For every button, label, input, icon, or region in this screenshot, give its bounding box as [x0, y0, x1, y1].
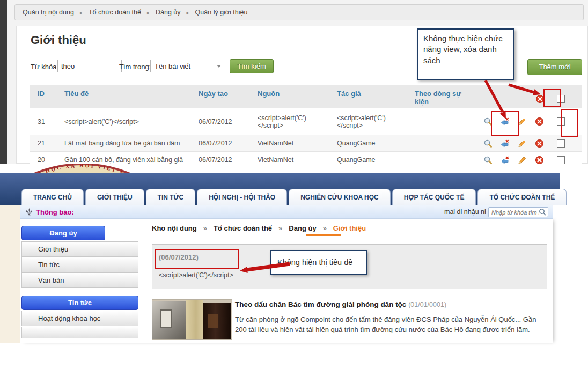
divider [152, 235, 547, 235]
intro-body-text: <script>alert('C')</script> [159, 271, 233, 279]
breadcrumb: Quản trị nội dung ▸ Tổ chức đoàn thể ▸ Đ… [14, 4, 584, 20]
notice-bar: Thông báo: mai di nhậu nhá [20, 205, 553, 219]
thumbnail-window [160, 309, 172, 328]
annotation-highlight-checkbox [561, 109, 578, 137]
cell-source: VietNamNet [258, 156, 337, 164]
tab-to-chuc[interactable]: TỔ CHỨC ĐOÀN THỂ [477, 189, 567, 205]
table-row: 21 Lật mặt băng đảng lừa bé gái bán dâm … [30, 135, 582, 152]
active-tab-underline [306, 234, 341, 236]
breadcrumb-item[interactable]: Đảng ủy [156, 9, 181, 16]
article-excerpt: Từ căn phòng ở ngõ Compoint cho đến tấm … [235, 314, 549, 333]
table-header-row: ID Tiêu đề Ngày tạo Nguồn Tác giả Theo d… [30, 85, 582, 108]
breadcrumb-separator-icon: ▸ [187, 10, 189, 16]
delete-icon[interactable] [535, 117, 544, 126]
cell-id: 20 [30, 156, 64, 164]
thumbnail-cabinet-glow [208, 314, 218, 328]
cell-title: Lật mặt băng đảng lừa bé gái bán dâm [64, 139, 199, 147]
scope-select[interactable]: Tên bài viết [150, 60, 225, 72]
annotation-highlight-date [155, 249, 239, 269]
breadcrumb-item[interactable]: Tổ chức đoàn thể [214, 224, 272, 232]
search-icon[interactable] [539, 208, 547, 216]
cell-source: <script>alert('C') </script> [258, 114, 337, 129]
cell-id: 31 [30, 118, 64, 126]
tab-tin-tuc[interactable]: TIN TỨC [146, 189, 196, 205]
cell-author: QuangGame [337, 156, 415, 164]
sidebar-section-tin-tuc[interactable]: Tin tức [21, 296, 138, 310]
delete-icon[interactable] [535, 156, 544, 164]
sidebar-item-hoat-dong-khoa-hoc[interactable]: Hoạt động khoa học [21, 311, 138, 326]
breadcrumb-item[interactable]: Quản trị nội dung [23, 9, 74, 16]
cell-source: VietNamNet [258, 139, 337, 147]
breadcrumb-separator-icon: » [203, 224, 207, 232]
sidebar-item-tin-tuc[interactable]: Tin tức [21, 257, 138, 272]
keyword-input[interactable] [57, 60, 122, 72]
cell-created: 06/07/2012 [199, 139, 258, 147]
notice-ticker: mai di nhậu nhá [444, 208, 486, 217]
tab-nghien-cuu[interactable]: NGHIÊN CỨU KHOA HỌC [289, 189, 391, 205]
fleur-de-lis-icon [26, 208, 33, 216]
site-header: ẠI HỌC XÃ HỘI VIỆT NA TRANG CHỦ GIỚI THI… [0, 164, 588, 205]
cell-title: Gần 100 cán bộ, đảng viên xài bằng giả [64, 156, 199, 164]
sidebar-item-gioi-thieu[interactable]: Giới thiệu [21, 241, 138, 257]
sidebar-item-van-ban[interactable]: Văn bản [21, 272, 138, 288]
article-thumbnail[interactable] [152, 299, 232, 340]
row-checkbox[interactable] [557, 139, 565, 148]
magnifier-icon[interactable] [483, 156, 493, 164]
admin-panel: Quản trị nội dung ▸ Tổ chức đoàn thể ▸ Đ… [0, 0, 588, 164]
thumbnail-curtain [186, 300, 203, 340]
breadcrumb-item[interactable]: Đảng ủy [289, 224, 316, 232]
pencil-icon[interactable] [518, 139, 527, 148]
breadcrumb-item[interactable]: Quản lý giới thiệu [195, 9, 248, 16]
breadcrumb-separator-icon: » [323, 224, 327, 232]
sidebar-section-dang-uy[interactable]: Đảng ủy [21, 226, 105, 240]
header-author: Tác giả [337, 90, 415, 108]
header-source: Nguồn [258, 90, 337, 108]
pencil-icon[interactable] [518, 156, 527, 164]
add-new-button[interactable]: Thêm mới [527, 59, 582, 75]
breadcrumb-separator-icon: ▸ [80, 10, 83, 16]
site-search-box[interactable] [488, 207, 548, 217]
article-date: (01/01/0001) [408, 301, 446, 308]
site-page-background [0, 205, 20, 343]
scope-selected-value: Tên bài viết [155, 62, 190, 70]
cell-author: <script>alert('C') </script> [337, 114, 415, 129]
article-title[interactable]: Theo dấu chân Bác tìm đường giải phóng d… [235, 300, 406, 308]
breadcrumb-item[interactable]: Kho nội dung [152, 224, 197, 232]
article-title-row: Theo dấu chân Bác tìm đường giải phóng d… [235, 300, 446, 308]
tab-hoi-nghi[interactable]: HỘI NGHỊ - HỘI THẢO [197, 189, 287, 205]
tab-gioi-thieu[interactable]: GIỚI THIỆU [85, 189, 144, 205]
keyword-label: Từ khóa: [31, 63, 58, 71]
breadcrumb-item-active[interactable]: Giới thiệu [333, 224, 366, 232]
row-checkbox[interactable] [557, 156, 565, 164]
header-id: ID [30, 90, 64, 108]
header-created: Ngày tạo [199, 90, 258, 108]
search-button[interactable]: Tìm kiếm [230, 59, 274, 73]
pencil-icon[interactable] [518, 117, 527, 126]
annotation-highlight-delete-all [543, 89, 561, 107]
site-breadcrumb: Kho nội dung » Tổ chức đoàn thể » Đảng ủ… [152, 224, 366, 232]
scope-label: Tìm trong: [119, 63, 151, 71]
cell-id: 21 [30, 139, 64, 147]
page-title: Giới thiệu [31, 33, 86, 47]
annotation-highlight-view-icon [491, 111, 519, 136]
chevron-down-icon [217, 65, 221, 68]
main-nav: TRANG CHỦ GIỚI THIỆU TIN TỨC HỘI NGHỊ - … [21, 189, 567, 205]
cell-created: 06/07/2012 [199, 118, 258, 126]
cell-author: QuangGame [337, 139, 415, 147]
breadcrumb-separator-icon: ▸ [147, 10, 150, 16]
site-search-input[interactable] [489, 209, 539, 216]
magnifier-icon[interactable] [483, 139, 493, 148]
sidebar-item-partial[interactable] [21, 327, 138, 338]
move-arrow-icon[interactable] [501, 139, 510, 148]
cell-created: 06/07/2012 [199, 156, 258, 164]
tab-trang-chu[interactable]: TRANG CHỦ [21, 189, 84, 205]
cell-title: <script>alert('C')</script> [64, 118, 199, 126]
table-row: 20 Gần 100 cán bộ, đảng viên xài bằng gi… [30, 152, 582, 164]
delete-icon[interactable] [535, 139, 544, 148]
breadcrumb-item[interactable]: Tổ chức đoàn thể [89, 9, 141, 16]
move-arrow-icon[interactable] [501, 156, 510, 164]
notice-label: Thông báo: [36, 208, 74, 216]
header-title: Tiêu đề [64, 90, 199, 108]
annotation-note-view-delete: Không thực hiện chức năng view, xóa danh… [417, 28, 514, 80]
tab-hop-tac[interactable]: HỢP TÁC QUỐC TẾ [392, 189, 476, 205]
